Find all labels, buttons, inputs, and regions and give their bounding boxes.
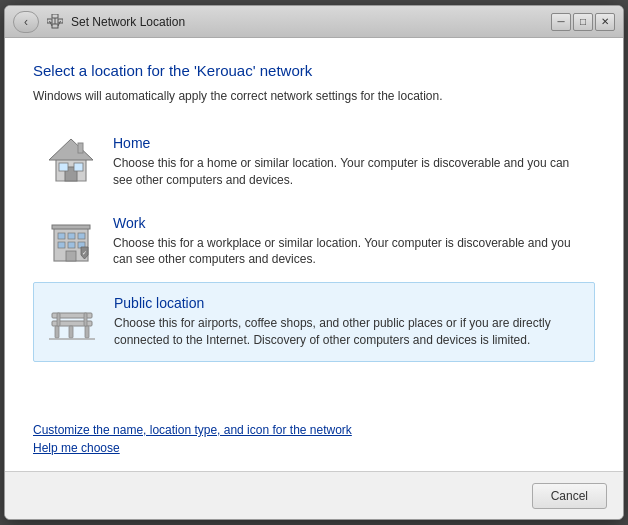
public-desc: Choose this for airports, coffee shops, …: [114, 315, 582, 349]
footer: Cancel: [5, 471, 623, 519]
home-desc: Choose this for a home or similar locati…: [113, 155, 583, 189]
back-button[interactable]: ‹: [13, 11, 39, 33]
svg-rect-30: [84, 313, 87, 326]
subtitle: Windows will automatically apply the cor…: [33, 89, 595, 103]
svg-marker-8: [49, 139, 93, 160]
svg-rect-3: [52, 14, 58, 18]
customize-link[interactable]: Customize the name, location type, and i…: [33, 423, 595, 437]
minimize-button[interactable]: ─: [551, 13, 571, 31]
public-name: Public location: [114, 295, 582, 311]
main-title: Select a location for the 'Kerouac' netw…: [33, 62, 595, 79]
svg-rect-16: [68, 233, 75, 239]
home-name: Home: [113, 135, 583, 151]
location-home[interactable]: Home Choose this for a home or similar l…: [33, 123, 595, 201]
svg-rect-14: [52, 225, 90, 229]
svg-rect-15: [58, 233, 65, 239]
work-name: Work: [113, 215, 583, 231]
svg-rect-10: [59, 163, 68, 171]
work-text: Work Choose this for a workplace or simi…: [113, 215, 583, 269]
svg-rect-28: [85, 326, 89, 338]
links-area: Customize the name, location type, and i…: [33, 413, 595, 455]
close-button[interactable]: ✕: [595, 13, 615, 31]
titlebar: ‹ Set Network Location ─ □ ✕: [5, 6, 623, 38]
work-icon: ✓: [45, 215, 97, 267]
window-controls: ─ □ ✕: [551, 13, 615, 31]
svg-rect-19: [68, 242, 75, 248]
work-desc: Choose this for a workplace or similar l…: [113, 235, 583, 269]
svg-rect-26: [55, 326, 59, 338]
content-area: Select a location for the 'Kerouac' netw…: [5, 38, 623, 471]
maximize-button[interactable]: □: [573, 13, 593, 31]
location-public[interactable]: Public location Choose this for airports…: [33, 282, 595, 362]
svg-rect-0: [52, 24, 58, 28]
network-icon: [47, 14, 63, 30]
public-text: Public location Choose this for airports…: [114, 295, 582, 349]
svg-rect-17: [78, 233, 85, 239]
svg-rect-12: [78, 143, 83, 153]
home-icon: [45, 135, 97, 187]
svg-rect-27: [69, 326, 73, 338]
cancel-button[interactable]: Cancel: [532, 483, 607, 509]
home-text: Home Choose this for a home or similar l…: [113, 135, 583, 189]
svg-rect-29: [57, 313, 60, 326]
window: ‹ Set Network Location ─ □ ✕ Select a lo…: [4, 5, 624, 520]
location-work[interactable]: ✓ Work Choose this for a workplace or si…: [33, 203, 595, 281]
window-title: Set Network Location: [71, 15, 185, 29]
svg-rect-11: [74, 163, 83, 171]
svg-rect-18: [58, 242, 65, 248]
svg-text:✓: ✓: [82, 250, 87, 256]
help-link[interactable]: Help me choose: [33, 441, 595, 455]
public-icon: [46, 295, 98, 347]
svg-rect-21: [66, 251, 76, 261]
location-options: Home Choose this for a home or similar l…: [33, 123, 595, 413]
